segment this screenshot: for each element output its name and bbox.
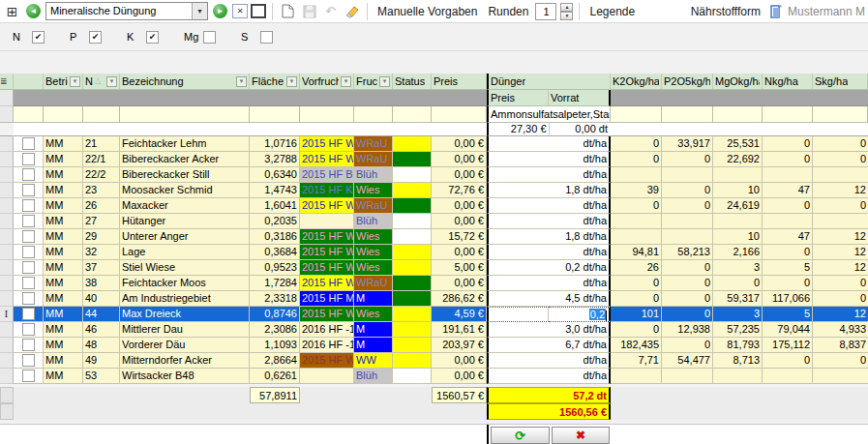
row-checkbox[interactable] xyxy=(22,137,35,150)
stepper-down-icon[interactable]: ▼ xyxy=(560,12,573,20)
cell-nutrient-2[interactable]: 25,531 xyxy=(713,136,763,152)
cell-vorfrucht[interactable]: 2015 HF Blüh xyxy=(300,167,354,183)
cell-bezeichnung[interactable]: Feichtacker Moos xyxy=(120,276,250,291)
filter-cell[interactable] xyxy=(250,106,300,123)
table-row[interactable]: MM29Unterer Anger0,31862015 HF WieWies15… xyxy=(0,229,868,245)
header-flaeche[interactable]: Fläche▼ xyxy=(250,74,300,90)
cell-status[interactable] xyxy=(393,229,432,245)
legende-button[interactable]: Legende xyxy=(589,5,635,18)
table-row[interactable]: MM22/1Bibereckacker Acker3,27882015 HF W… xyxy=(0,152,868,167)
cell-vorfrucht[interactable]: 2015 HF WW xyxy=(300,276,354,291)
cell-betrieb[interactable]: MM xyxy=(44,167,83,183)
cell-duenger-menge[interactable]: 1,8 dt/ha xyxy=(487,229,611,245)
cell-frucht[interactable]: WRaU xyxy=(354,198,393,214)
header-k2o[interactable]: K2Okg/ha xyxy=(611,74,662,90)
cell-preis[interactable]: 0,00 € xyxy=(432,353,487,369)
header-status[interactable]: Status xyxy=(393,74,432,90)
cell-frucht[interactable]: WW xyxy=(354,353,393,369)
cell-bezeichnung[interactable]: Bibereckacker Acker xyxy=(120,152,250,167)
cell-bezeichnung[interactable]: Vorderer Däu xyxy=(120,338,250,353)
cell-nutrient-1[interactable]: 0 xyxy=(662,338,713,353)
cell-nr[interactable]: 49 xyxy=(83,353,120,369)
cell-betrieb[interactable]: MM xyxy=(44,260,83,276)
nutrient-checkbox-Mg[interactable] xyxy=(203,31,216,44)
row-checkbox[interactable] xyxy=(22,323,35,336)
cell-frucht[interactable]: M xyxy=(354,291,393,307)
cell-nutrient-4[interactable]: 12 xyxy=(813,183,868,198)
header-betrieb[interactable]: Betrieb▼ xyxy=(44,74,83,90)
cell-frucht[interactable]: M xyxy=(354,322,393,338)
cell-bezeichnung[interactable]: Feichtacker Lehm xyxy=(120,136,250,152)
cell-betrieb[interactable]: MM xyxy=(44,338,83,353)
cell-duenger-menge[interactable]: dt/ha xyxy=(487,167,611,183)
cell-nutrient-2[interactable]: 2,166 xyxy=(713,245,763,260)
cell-nr[interactable]: 38 xyxy=(83,276,120,291)
cell-status[interactable] xyxy=(393,214,432,229)
cell-preis[interactable]: 203,97 € xyxy=(432,338,487,353)
row-checkbox-cell[interactable] xyxy=(14,183,44,198)
cell-preis[interactable]: 0,00 € xyxy=(432,369,487,384)
cell-preis[interactable]: 15,72 € xyxy=(432,229,487,245)
cell-preis[interactable]: 0,00 € xyxy=(432,245,487,260)
cell-nutrient-0[interactable]: 182,435 xyxy=(611,338,662,353)
cell-nutrient-4[interactable]: 12 xyxy=(813,260,868,276)
cell-nutrient-3[interactable]: 175,112 xyxy=(763,338,813,353)
cell-nutrient-3[interactable]: 5 xyxy=(763,307,813,322)
row-header[interactable] xyxy=(0,214,14,229)
cell-vorfrucht[interactable]: 2015 HF M xyxy=(300,291,354,307)
cell-duenger-menge[interactable]: 3,0 dt/ha xyxy=(487,322,611,338)
cell-frucht[interactable]: Wies xyxy=(354,229,393,245)
cell-nutrient-1[interactable]: 0 xyxy=(662,183,713,198)
cell-duenger-menge[interactable]: dt/ha xyxy=(487,245,611,260)
filter-cell[interactable] xyxy=(611,106,662,123)
cell-nutrient-2[interactable]: 10 xyxy=(713,183,763,198)
filter-cell[interactable] xyxy=(713,106,763,123)
table-row[interactable]: MM27Hütanger0,2035Blüh0,00 €dt/ha xyxy=(0,214,868,229)
cell-nutrient-0[interactable] xyxy=(611,214,662,229)
naehrstoffform-label[interactable]: Nährstoffform xyxy=(691,5,761,18)
cell-nutrient-2[interactable] xyxy=(713,214,763,229)
cell-vorfrucht[interactable]: 2015 HF Wie xyxy=(300,260,354,276)
cell-vorfrucht[interactable]: 2015 HF Wie xyxy=(300,307,354,322)
cell-nutrient-4[interactable] xyxy=(813,167,868,183)
row-checkbox-cell[interactable] xyxy=(14,260,44,276)
cell-nutrient-0[interactable]: 39 xyxy=(611,183,662,198)
cell-nr[interactable]: 53 xyxy=(83,369,120,384)
cell-nr[interactable]: 22/2 xyxy=(83,167,120,183)
cell-betrieb[interactable]: MM xyxy=(44,183,83,198)
cell-betrieb[interactable]: MM xyxy=(44,307,83,322)
filter-cell[interactable] xyxy=(120,106,250,123)
cell-flaeche[interactable]: 0,3684 xyxy=(250,245,300,260)
cell-nutrient-1[interactable]: 33,917 xyxy=(662,136,713,152)
row-checkbox[interactable] xyxy=(22,184,35,196)
cell-nutrient-0[interactable]: 0 xyxy=(611,198,662,214)
cell-preis[interactable]: 0,00 € xyxy=(432,276,487,291)
header-nr[interactable]: N△▼ xyxy=(83,74,120,90)
cell-nutrient-0[interactable]: 0 xyxy=(611,152,662,167)
row-header[interactable] xyxy=(0,369,14,384)
cell-frucht[interactable]: WRaU xyxy=(354,136,393,152)
cell-betrieb[interactable]: MM xyxy=(44,369,83,384)
cell-nutrient-0[interactable]: 0 xyxy=(611,291,662,307)
row-checkbox[interactable] xyxy=(22,246,35,258)
cell-nutrient-1[interactable] xyxy=(662,369,713,384)
cell-status[interactable] xyxy=(393,276,432,291)
cell-nutrient-1[interactable]: 0 xyxy=(662,276,713,291)
cell-nutrient-3[interactable]: 47 xyxy=(763,183,813,198)
cell-nutrient-1[interactable] xyxy=(662,167,713,183)
table-row[interactable]: MM48Vorderer Däu1,10932016 HF -1M203,97 … xyxy=(0,338,868,353)
cell-frucht[interactable]: Wies xyxy=(354,307,393,322)
cell-frucht[interactable]: Blüh xyxy=(354,214,393,229)
row-header[interactable] xyxy=(0,198,14,214)
cell-flaeche[interactable]: 0,6340 xyxy=(250,167,300,183)
filter-icon[interactable]: ▼ xyxy=(286,76,297,87)
cell-nutrient-4[interactable]: 0 xyxy=(813,136,868,152)
cell-nr[interactable]: 22/1 xyxy=(83,152,120,167)
row-checkbox-cell[interactable] xyxy=(14,198,44,214)
row-header[interactable] xyxy=(0,353,14,369)
row-checkbox-cell[interactable] xyxy=(14,152,44,167)
duengung-dropdown[interactable]: Mineralische Düngung ▼ xyxy=(45,2,208,20)
cell-status[interactable] xyxy=(393,167,432,183)
cell-flaeche[interactable]: 1,0716 xyxy=(250,136,300,152)
cell-nr[interactable]: 46 xyxy=(83,322,120,338)
